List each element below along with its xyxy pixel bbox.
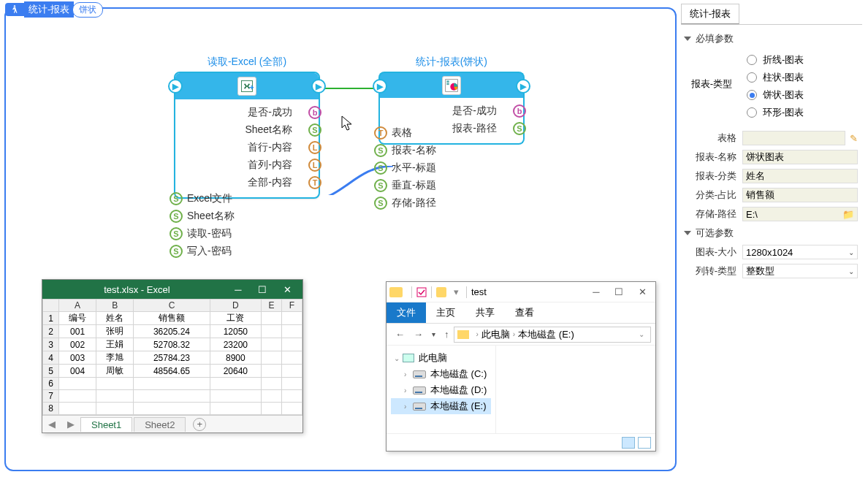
properties-panel[interactable]: 统计-报表 必填参数 报表-类型 折线-图表柱状-图表饼状-图表环形-图表 表格… [681, 4, 862, 281]
table-row[interactable]: 4003李旭25784.238900 [43, 351, 302, 365]
column-header[interactable] [43, 300, 59, 312]
input-port[interactable]: T表格 [371, 124, 436, 142]
file-list-pane[interactable] [496, 346, 655, 433]
tree-item-drive[interactable]: ›本地磁盘 (C:) [391, 366, 491, 382]
cell[interactable]: 52708.32 [134, 338, 210, 351]
port-pin[interactable]: S [308, 123, 321, 137]
cell[interactable]: 工资 [210, 312, 261, 325]
cell[interactable]: 003 [59, 351, 96, 365]
port-pin[interactable]: S [170, 245, 183, 258]
cell[interactable] [282, 351, 302, 365]
cell[interactable] [282, 378, 302, 390]
output-port[interactable]: 是否-成功b [387, 102, 516, 120]
cell[interactable] [262, 365, 282, 378]
cell[interactable] [210, 390, 261, 403]
table-row[interactable]: 5004周敏48564.6520640 [43, 365, 302, 378]
output-port[interactable]: 全部-内容T [183, 174, 311, 191]
section-required[interactable]: 必填参数 [681, 29, 862, 48]
sheet-tab[interactable]: Sheet2 [134, 417, 186, 432]
flow-in-port[interactable]: ▶ [373, 79, 387, 94]
flow-out-port[interactable]: ▶ [516, 79, 530, 94]
radio-option[interactable]: 柱状-图表 [747, 69, 858, 86]
sheet-nav-prev[interactable]: ◀ [42, 419, 61, 430]
input-port[interactable]: SSheet名称 [167, 207, 235, 225]
section-optional[interactable]: 可选参数 [681, 224, 862, 243]
cell[interactable] [282, 338, 302, 351]
table-row[interactable]: 1编号姓名销售额工资 [43, 312, 302, 325]
cell[interactable] [282, 325, 302, 338]
cell[interactable]: 23200 [210, 338, 261, 351]
spreadsheet-grid[interactable]: ABCDEF 1编号姓名销售额工资2001张明36205.24120503002… [42, 299, 302, 415]
row-header[interactable]: 8 [43, 403, 59, 415]
port-pin[interactable]: S [374, 144, 387, 157]
prop-value[interactable]: E:\📁 [742, 207, 858, 221]
column-header[interactable]: E [262, 300, 282, 312]
port-pin[interactable]: T [308, 176, 321, 189]
input-port[interactable]: S存储-路径 [371, 194, 436, 212]
input-port[interactable]: S垂直-标题 [371, 177, 436, 194]
prop-value[interactable]: 饼状图表 [742, 150, 858, 164]
view-icons-button[interactable] [638, 437, 651, 449]
table-row[interactable]: 2001张明36205.2412050 [43, 325, 302, 338]
address-bar[interactable]: › 此电脑 › 本地磁盘 (E:) ⌄ [454, 327, 652, 343]
tree-item-pc[interactable]: ⌄此电脑 [391, 350, 491, 366]
cell[interactable]: 姓名 [96, 312, 134, 325]
cell[interactable] [96, 403, 134, 415]
input-port[interactable]: S报表-名称 [371, 142, 436, 159]
radio-button[interactable] [747, 72, 757, 83]
column-header[interactable]: C [134, 300, 210, 312]
node-stat-report[interactable]: 统计-报表(饼状) ▶ ▶ 是否-成功b报表-路径S T表格S报表-名称S水平-… [378, 56, 525, 145]
port-pin[interactable]: S [170, 192, 183, 205]
row-header[interactable]: 1 [43, 312, 59, 325]
table-row[interactable]: 3002王娟52708.3223200 [43, 338, 302, 351]
tab-share[interactable]: 共享 [465, 302, 505, 323]
cell[interactable] [134, 403, 210, 415]
row-header[interactable]: 3 [43, 338, 59, 351]
cell[interactable]: 编号 [59, 312, 96, 325]
input-port[interactable]: S水平-标题 [371, 159, 436, 177]
port-pin[interactable]: S [374, 197, 387, 210]
cell[interactable]: 李旭 [96, 351, 134, 365]
cell[interactable]: 张明 [96, 325, 134, 338]
cell[interactable] [59, 390, 96, 403]
port-pin[interactable]: S [513, 122, 526, 135]
table-row[interactable]: 6 [43, 378, 302, 390]
tree-item-drive[interactable]: ›本地磁盘 (D:) [391, 382, 491, 398]
cell[interactable]: 王娟 [96, 338, 134, 351]
nav-recent-button[interactable]: ▾ [427, 330, 440, 338]
nav-tree[interactable]: ⌄此电脑 ›本地磁盘 (C:) ›本地磁盘 (D:) ›本地磁盘 (E:) [387, 346, 496, 433]
cell[interactable] [134, 390, 210, 403]
cell[interactable] [96, 378, 134, 390]
output-port[interactable]: 首列-内容L [183, 156, 311, 174]
cell[interactable]: 25784.23 [134, 351, 210, 365]
prop-value[interactable] [742, 131, 845, 145]
cell[interactable] [96, 390, 134, 403]
nav-forward-button[interactable]: → [409, 329, 427, 340]
table-row[interactable]: 7 [43, 390, 302, 403]
cell[interactable] [262, 351, 282, 365]
cell[interactable] [134, 378, 210, 390]
table-row[interactable]: 8 [43, 403, 302, 415]
row-header[interactable]: 7 [43, 390, 59, 403]
output-port[interactable]: 首行-内容L [183, 139, 311, 156]
cell[interactable]: 8900 [210, 351, 261, 365]
close-button[interactable]: ✕ [276, 284, 298, 295]
cell[interactable] [262, 338, 282, 351]
radio-option[interactable]: 环形-图表 [747, 104, 858, 121]
column-header[interactable]: D [210, 300, 261, 312]
cell[interactable] [262, 390, 282, 403]
input-port[interactable]: SExcel文件 [167, 190, 235, 207]
sheet-nav-next[interactable]: ▶ [61, 419, 80, 430]
nav-up-button[interactable]: ↑ [440, 329, 454, 340]
sheet-tab[interactable]: Sheet1 [80, 417, 132, 432]
cell[interactable] [262, 378, 282, 390]
node-read-excel[interactable]: 读取-Excel (全部) ▶ ▶ 是否-成功bSheet名称S首行-内容L首列… [174, 56, 320, 199]
explorer-titlebar[interactable]: ▾ test ─ ☐ ✕ [387, 282, 655, 302]
cell[interactable] [262, 325, 282, 338]
port-pin[interactable]: L [308, 159, 321, 172]
cell[interactable]: 36205.24 [134, 325, 210, 338]
cell[interactable] [210, 403, 261, 415]
nav-back-button[interactable]: ← [391, 329, 409, 340]
cell[interactable] [282, 312, 302, 325]
excel-window[interactable]: test.xlsx - Excel ─ ☐ ✕ ABCDEF 1编号姓名销售额工… [42, 279, 303, 433]
